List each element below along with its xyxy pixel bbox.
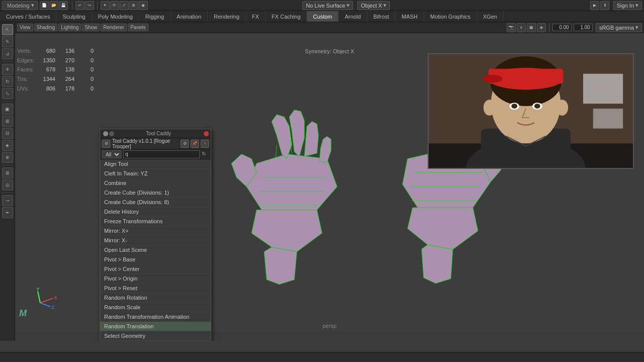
tab-sculpting[interactable]: Sculpting xyxy=(56,11,92,22)
viewport[interactable]: View Shading Lighting Show Renderer Pane… xyxy=(15,22,644,341)
play-icon[interactable]: ▶ xyxy=(590,1,599,10)
filter-dropdown[interactable]: All xyxy=(102,150,121,158)
smooth-icon[interactable]: ◈ xyxy=(537,23,546,32)
tool-mirror-xminus[interactable]: Mirror: X- xyxy=(100,236,211,245)
tool-combine[interactable]: Combine xyxy=(100,178,211,188)
tool-pivot-base[interactable]: Pivot > Base xyxy=(100,255,211,264)
snap-icon[interactable]: ⊞ xyxy=(129,1,138,10)
show-menu[interactable]: Show xyxy=(82,24,100,31)
save-file-icon[interactable]: 💾 xyxy=(59,1,68,10)
camera-icon[interactable]: 📷 xyxy=(507,23,516,32)
paint-tool-icon[interactable]: ✎ xyxy=(2,36,13,47)
select-tool-icon[interactable]: ↖ xyxy=(2,24,13,35)
settings-icon[interactable]: ⚙ xyxy=(181,140,189,148)
svg-line-53 xyxy=(40,298,53,303)
near-clip-val: 0.00 xyxy=(552,24,572,31)
scale-icon[interactable]: ⤢ xyxy=(120,1,129,10)
shading-menu[interactable]: Shading xyxy=(34,24,58,31)
tool-select-geometry[interactable]: Select Geometry xyxy=(100,331,211,341)
color-space-btn[interactable]: sRGB gamma ▾ xyxy=(596,23,642,32)
tab-custom[interactable]: Custom xyxy=(307,11,339,22)
maximize-btn[interactable] xyxy=(109,131,114,136)
tool-random-translation[interactable]: Random Translation xyxy=(100,322,211,331)
search-input[interactable] xyxy=(123,150,200,158)
tool-pivot-origin[interactable]: Pivot > Origin xyxy=(100,274,211,284)
open-file-icon[interactable]: 📂 xyxy=(49,1,58,10)
pin-icon[interactable]: 📌 xyxy=(191,140,199,148)
minimize-btn[interactable] xyxy=(103,131,108,136)
scale-tool-icon[interactable]: ⤡ xyxy=(2,88,13,99)
faces-val1: 678 xyxy=(39,65,55,74)
measure-icon[interactable]: ⊸ xyxy=(2,195,13,206)
lighting-menu[interactable]: Lighting xyxy=(58,24,81,31)
tool-open-last-scene[interactable]: Open Last Scene xyxy=(100,245,211,255)
bevel-icon[interactable]: ◈ xyxy=(2,140,13,151)
tool-random-transformation-animation[interactable]: Random Transformation Animation xyxy=(100,312,211,322)
snap-point-icon[interactable]: ◎ xyxy=(2,179,13,191)
svg-marker-48 xyxy=(408,208,478,249)
tab-bifrost[interactable]: Bifrost xyxy=(367,11,395,22)
extrude-icon[interactable]: ▣ xyxy=(2,104,13,115)
lasso-tool-icon[interactable]: ⊿ xyxy=(2,48,13,59)
tool-random-rotation[interactable]: Random Rotation xyxy=(100,293,211,303)
redo-icon[interactable]: ↪ xyxy=(85,1,94,10)
soft-icon[interactable]: ◉ xyxy=(139,1,148,10)
viewport-3d[interactable]: X Y Z Verts: 680 136 0 Edges: 1350 xyxy=(15,33,644,331)
undo-icon[interactable]: ↩ xyxy=(75,1,85,10)
separator2 xyxy=(97,2,98,10)
left-panel-sep1 xyxy=(2,61,13,62)
pause-icon[interactable]: ⏸ xyxy=(600,1,609,10)
tab-animation[interactable]: Animation xyxy=(171,11,208,22)
bridge-icon[interactable]: ⊟ xyxy=(2,128,13,139)
no-live-surface-btn[interactable]: No Live Surface ▾ xyxy=(302,1,353,10)
tab-curves-surfaces[interactable]: Curves / Surfaces xyxy=(0,11,56,22)
object-label-btn[interactable]: Object X ▾ xyxy=(357,1,390,10)
tab-mash[interactable]: MASH xyxy=(395,11,424,22)
panels-menu[interactable]: Panels xyxy=(128,24,148,31)
tab-fx-caching[interactable]: FX Caching xyxy=(266,11,307,22)
tool-delete-history[interactable]: Delete History xyxy=(100,207,211,217)
tool-create-cube-1[interactable]: Create Cube (Divisions: 1) xyxy=(100,188,211,198)
tab-fx[interactable]: FX xyxy=(246,11,266,22)
grid-icon[interactable]: # xyxy=(517,23,526,32)
renderer-menu[interactable]: Renderer xyxy=(101,24,127,31)
tab-motion-graphics[interactable]: Motion Graphics xyxy=(424,11,477,22)
tool-pivot-reset[interactable]: Pivot > Reset xyxy=(100,284,211,293)
close-icon[interactable]: ✕ xyxy=(201,140,209,148)
sign-in-btn[interactable]: Sign In ▾ xyxy=(613,1,642,10)
separator xyxy=(72,2,72,10)
close-btn[interactable] xyxy=(204,131,209,136)
stats-panel: Verts: 680 136 0 Edges: 1350 270 0 Faces… xyxy=(17,46,94,93)
symmetry-info: Symmetry: Object X xyxy=(305,48,354,54)
wireframe-icon[interactable]: ▦ xyxy=(527,23,536,32)
tab-rendering[interactable]: Rendering xyxy=(208,11,246,22)
rotate-tool-icon[interactable]: ↻ xyxy=(2,76,13,87)
tool-freeze-transformations[interactable]: Freeze Transformations xyxy=(100,217,211,226)
merge-icon[interactable]: ⊕ xyxy=(2,152,13,163)
view-menu[interactable]: View xyxy=(17,24,33,31)
annotation-icon[interactable]: ✒ xyxy=(2,207,13,218)
tris-val3: 0 xyxy=(77,74,94,84)
snap-grid-icon[interactable]: ⊞ xyxy=(2,167,13,178)
tool-mirror-xplus[interactable]: Mirror: X+ xyxy=(100,226,211,236)
plugin-icon[interactable]: ⚙ xyxy=(102,140,110,148)
person-svg xyxy=(429,53,633,169)
tab-arnold[interactable]: Arnold xyxy=(339,11,367,22)
rotate-icon[interactable]: ⟳ xyxy=(110,1,119,10)
tool-pivot-center[interactable]: Pivot > Center xyxy=(100,264,211,274)
tool-caddy-titlebar[interactable]: Tool Caddy xyxy=(100,129,211,138)
tool-random-scale[interactable]: Random Scale xyxy=(100,303,211,312)
move-tool-icon[interactable]: ✛ xyxy=(2,64,13,75)
new-file-icon[interactable]: 📄 xyxy=(40,1,49,10)
tab-xgen[interactable]: XGen xyxy=(477,11,504,22)
mode-dropdown[interactable]: Modeling ▾ xyxy=(2,1,38,10)
tool-cleft-in-twain[interactable]: Cleft In Twain: YZ xyxy=(100,169,211,178)
tool-create-cube-8[interactable]: Create Cube (Divisions: 8) xyxy=(100,198,211,207)
tab-rigging[interactable]: Rigging xyxy=(139,11,171,22)
transform-icon[interactable]: ✦ xyxy=(101,1,110,10)
tool-align-tool[interactable]: Align Tool xyxy=(100,159,211,169)
tool-caddy-title: Tool Caddy xyxy=(114,131,203,136)
tab-polygons[interactable]: Poly Modeling xyxy=(92,11,139,22)
insert-loop-icon[interactable]: ⊞ xyxy=(2,116,13,127)
refresh-icon[interactable]: ↻ xyxy=(202,151,209,158)
